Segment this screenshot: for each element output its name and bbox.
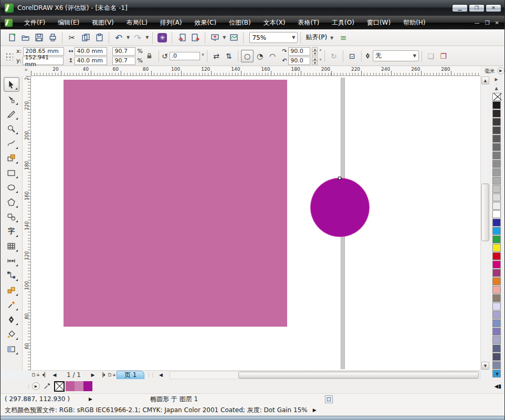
status-flyout-icon[interactable]: ▶	[83, 396, 98, 402]
height-input[interactable]: 40.0 mm	[75, 57, 107, 65]
ellipse-tool[interactable]	[4, 180, 19, 195]
wrap-text-button[interactable]: ⊡	[346, 50, 359, 62]
color-swatch[interactable]	[492, 177, 501, 185]
color-swatch[interactable]	[492, 336, 501, 344]
document-color-swatch[interactable]	[75, 381, 83, 391]
minimize-button[interactable]: ▁	[452, 4, 468, 12]
connector-tool[interactable]	[4, 268, 19, 283]
edit-fill-button[interactable]: ❐	[437, 50, 450, 62]
last-page-button[interactable]: ▕⏵	[98, 372, 107, 378]
horizontal-scrollbar[interactable]	[170, 371, 480, 379]
menu-item[interactable]: 帮助(H)	[397, 16, 432, 29]
color-swatch[interactable]	[492, 277, 501, 285]
ellipse-mode-button[interactable]: ○	[241, 50, 254, 62]
first-page-button[interactable]: ⏴▏	[40, 372, 50, 378]
ruler-origin-icon[interactable]: ⌖	[22, 67, 30, 76]
scroll-down-button[interactable]: ▼	[481, 362, 489, 370]
horizontal-scroll-thumb[interactable]	[238, 372, 479, 379]
arc-end-spinner[interactable]: ▲▼	[312, 57, 318, 65]
arc-start-spinner[interactable]: ▲▼	[312, 47, 318, 56]
mdi-close-button[interactable]: ✕	[495, 20, 499, 26]
palette-scroll-down-button[interactable]: ▼	[491, 370, 503, 379]
menu-item[interactable]: 排列(A)	[154, 16, 188, 29]
freehand-tool[interactable]	[4, 136, 19, 150]
interactive-fill-tool[interactable]	[4, 341, 19, 356]
docpal-handle[interactable]: ⋮	[25, 384, 32, 389]
options-button[interactable]: ≡	[336, 31, 350, 44]
y-position-input[interactable]: 152.941 mm	[23, 57, 64, 65]
palette-flyout-button[interactable]: ▶	[492, 76, 501, 83]
color-swatch[interactable]	[492, 110, 501, 117]
arc-start-input[interactable]: 90.0	[288, 47, 310, 56]
dimension-tool[interactable]	[4, 253, 19, 268]
print-button[interactable]	[46, 31, 59, 44]
vertical-scrollbar[interactable]: ▲ ▼	[480, 76, 489, 370]
color-swatch[interactable]	[492, 227, 501, 235]
copy-button[interactable]	[79, 31, 92, 44]
pick-tool[interactable]	[4, 77, 19, 92]
import-button[interactable]	[175, 31, 188, 44]
text-tool[interactable]: 字	[4, 224, 19, 239]
color-eyedropper-tool[interactable]	[4, 297, 19, 312]
table-tool[interactable]	[4, 239, 19, 253]
paste-button[interactable]	[92, 31, 106, 44]
scroll-up-button[interactable]: ▲	[481, 77, 489, 84]
width-input[interactable]: 40.0 mm	[75, 47, 107, 56]
mdi-restore-button[interactable]: ❐	[485, 20, 490, 26]
menu-item[interactable]: 效果(C)	[188, 16, 223, 29]
snap-dropdown[interactable]: 贴齐(P) ▼	[303, 33, 336, 42]
zoom-level-combobox[interactable]: 75% ▼	[249, 32, 298, 43]
scale-h-input[interactable]: 90.7	[112, 47, 135, 56]
blend-tool[interactable]	[4, 283, 19, 297]
ellipse-top-node-handle[interactable]	[338, 177, 341, 180]
lock-ratio-icon[interactable]	[146, 52, 153, 59]
mirror-vertical-button[interactable]: ⇅	[223, 50, 235, 62]
add-page-end-button[interactable]: 🗋+	[107, 372, 117, 378]
open-button[interactable]	[18, 31, 32, 44]
eyedropper-icon[interactable]	[43, 382, 51, 390]
color-swatch[interactable]	[492, 210, 501, 218]
color-swatch[interactable]	[492, 101, 501, 109]
color-swatch[interactable]	[492, 286, 501, 294]
export-button[interactable]	[188, 31, 202, 44]
profile-flyout-icon[interactable]: ▶	[308, 407, 322, 413]
divider-handle[interactable]: ⋮⋮	[144, 372, 156, 378]
menu-item[interactable]: 视图(V)	[86, 16, 120, 29]
drawing-canvas[interactable]	[31, 76, 480, 370]
previous-page-button[interactable]: ◀	[50, 372, 59, 378]
zoom-tool[interactable]	[4, 121, 19, 136]
color-swatch[interactable]	[492, 118, 501, 126]
pie-mode-button[interactable]: ◔	[254, 50, 266, 62]
chevron-down-icon[interactable]: ▼	[222, 35, 227, 40]
color-swatch[interactable]	[492, 319, 501, 327]
color-swatch[interactable]	[492, 235, 501, 243]
menu-item[interactable]: 文本(X)	[257, 16, 292, 29]
new-document-button[interactable]	[5, 31, 18, 44]
window-tray-icon[interactable]	[325, 395, 333, 403]
docpal-expand-icon[interactable]: ◀▮	[495, 383, 501, 389]
next-page-button[interactable]: ▶	[88, 372, 98, 378]
palette-scroll-up-button[interactable]: ▲	[492, 85, 501, 92]
color-swatch[interactable]	[492, 244, 501, 252]
vertical-scroll-thumb[interactable]	[481, 184, 489, 241]
vertical-ruler[interactable]: 240220200180160140120100806040	[23, 76, 31, 370]
color-swatch[interactable]	[492, 344, 501, 352]
color-swatch[interactable]	[492, 202, 501, 210]
add-page-start-button[interactable]: 🗋+	[31, 372, 40, 378]
docpal-flyout-button[interactable]: ▶	[32, 382, 40, 390]
color-swatch[interactable]	[492, 361, 501, 369]
save-button[interactable]	[32, 31, 46, 44]
application-launcher-button[interactable]	[208, 31, 222, 44]
no-color-swatch[interactable]	[492, 93, 501, 101]
change-direction-button[interactable]: ↻	[328, 50, 340, 62]
magenta-ellipse-shape[interactable]	[310, 178, 370, 237]
color-swatch[interactable]	[492, 252, 501, 260]
color-swatch[interactable]	[492, 311, 501, 319]
chevron-down-icon[interactable]: ▼	[125, 35, 131, 40]
color-swatch[interactable]	[492, 143, 501, 151]
smart-fill-tool[interactable]	[4, 150, 19, 165]
restore-button[interactable]: ❐	[469, 4, 485, 12]
document-color-swatch[interactable]	[83, 381, 92, 391]
color-swatch[interactable]	[492, 135, 501, 143]
menu-item[interactable]: 文件(F)	[18, 16, 51, 29]
